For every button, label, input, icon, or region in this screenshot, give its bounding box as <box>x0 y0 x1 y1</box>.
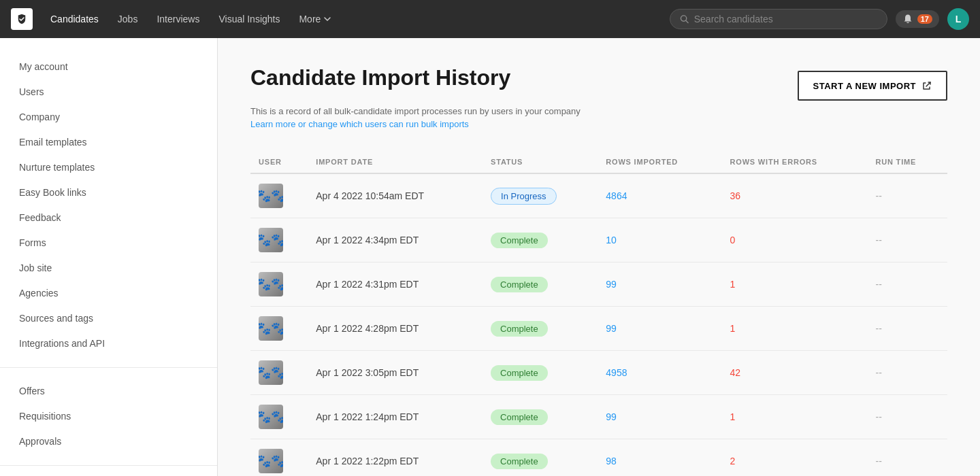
table-row: 🐾Apr 1 2022 3:05pm EDTComplete495842-- <box>250 351 947 395</box>
cell-rows-errors: 1 <box>722 395 868 439</box>
cell-rows-errors: 1 <box>722 262 868 307</box>
table-row: 🐾Apr 1 2022 1:22pm EDTComplete982-- <box>250 439 947 477</box>
cell-run-time: -- <box>868 395 947 439</box>
page-description-link: Learn more or change which users can run… <box>250 119 947 129</box>
sidebar-item-job-site[interactable]: Job site <box>0 256 217 281</box>
cell-status: Complete <box>483 439 598 477</box>
sidebar: My account Users Company Email templates… <box>0 38 218 476</box>
table-row: 🐾Apr 1 2022 4:34pm EDTComplete100-- <box>250 218 947 262</box>
main-content: Candidate Import History START A NEW IMP… <box>218 38 980 476</box>
start-import-button[interactable]: START A NEW IMPORT <box>798 71 947 101</box>
col-rows-imported: ROWS IMPORTED <box>598 151 721 173</box>
cell-user: 🐾 <box>250 351 308 395</box>
table-body: 🐾Apr 4 2022 10:54am EDTIn Progress486436… <box>250 173 947 476</box>
cell-import-date: Apr 1 2022 1:24pm EDT <box>308 395 483 439</box>
sidebar-item-offers[interactable]: Offers <box>0 379 217 404</box>
cell-status: Complete <box>483 218 598 262</box>
svg-line-1 <box>686 20 688 22</box>
status-badge: In Progress <box>491 188 556 205</box>
cell-rows-errors: 2 <box>722 439 868 477</box>
nav-interviews[interactable]: Interviews <box>155 11 201 27</box>
nav-visual-insights[interactable]: Visual Insights <box>217 11 281 27</box>
cell-import-date: Apr 1 2022 3:05pm EDT <box>308 351 483 395</box>
cell-status: Complete <box>483 395 598 439</box>
col-import-date: IMPORT DATE <box>308 151 483 173</box>
status-badge: Complete <box>491 277 548 292</box>
search-icon <box>680 14 689 24</box>
cell-import-date: Apr 1 2022 1:22pm EDT <box>308 439 483 477</box>
status-badge: Complete <box>491 365 548 381</box>
cell-status: Complete <box>483 262 598 307</box>
cell-rows-errors: 1 <box>722 307 868 351</box>
notification-count: 17 <box>917 14 932 24</box>
cell-user: 🐾 <box>250 307 308 351</box>
sidebar-item-feedback[interactable]: Feedback <box>0 205 217 231</box>
cell-status: Complete <box>483 351 598 395</box>
sidebar-item-my-account[interactable]: My account <box>0 54 217 80</box>
cell-run-time: -- <box>868 307 947 351</box>
cell-user: 🐾 <box>250 218 308 262</box>
cell-import-date: Apr 1 2022 4:28pm EDT <box>308 307 483 351</box>
table-row: 🐾Apr 1 2022 4:31pm EDTComplete991-- <box>250 262 947 307</box>
page-header: Candidate Import History START A NEW IMP… <box>250 65 947 101</box>
sidebar-item-users[interactable]: Users <box>0 80 217 105</box>
nav-jobs[interactable]: Jobs <box>116 11 140 27</box>
cell-run-time: -- <box>868 173 947 218</box>
sidebar-item-forms[interactable]: Forms <box>0 231 217 256</box>
import-table: USER IMPORT DATE STATUS ROWS IMPORTED RO… <box>250 151 947 476</box>
col-user: USER <box>250 151 308 173</box>
nav-more[interactable]: More <box>297 11 333 27</box>
cell-rows-errors: 36 <box>722 173 868 218</box>
table-header: USER IMPORT DATE STATUS ROWS IMPORTED RO… <box>250 151 947 173</box>
sidebar-item-company[interactable]: Company <box>0 105 217 130</box>
app-logo[interactable] <box>11 8 33 30</box>
nav-candidates[interactable]: Candidates <box>49 11 100 27</box>
notification-bell[interactable]: 17 <box>896 10 939 28</box>
cell-user: 🐾 <box>250 395 308 439</box>
cell-import-date: Apr 4 2022 10:54am EDT <box>308 173 483 218</box>
cell-run-time: -- <box>868 351 947 395</box>
sidebar-item-sources-and-tags[interactable]: Sources and tags <box>0 306 217 331</box>
cell-run-time: -- <box>868 218 947 262</box>
cell-import-date: Apr 1 2022 4:31pm EDT <box>308 262 483 307</box>
cell-run-time: -- <box>868 262 947 307</box>
user-avatar-img: 🐾 <box>259 405 283 429</box>
col-run-time: RUN TIME <box>868 151 947 173</box>
cell-rows-imported: 98 <box>598 439 721 477</box>
learn-more-link[interactable]: Learn more or change which users can run… <box>250 119 469 129</box>
user-avatar-img: 🐾 <box>259 316 283 341</box>
table-row: 🐾Apr 1 2022 4:28pm EDTComplete991-- <box>250 307 947 351</box>
cell-rows-imported: 4958 <box>598 351 721 395</box>
external-link-icon <box>921 80 932 91</box>
user-avatar-img: 🐾 <box>259 228 283 252</box>
table-row: 🐾Apr 1 2022 1:24pm EDTComplete991-- <box>250 395 947 439</box>
sidebar-item-agencies[interactable]: Agencies <box>0 281 217 306</box>
status-badge: Complete <box>491 233 548 248</box>
user-avatar-img: 🐾 <box>259 184 283 208</box>
cell-user: 🐾 <box>250 439 308 477</box>
sidebar-divider-1 <box>0 367 217 368</box>
status-badge: Complete <box>491 321 548 337</box>
sidebar-item-email-templates[interactable]: Email templates <box>0 130 217 155</box>
user-avatar-img: 🐾 <box>259 272 283 296</box>
sidebar-item-integrations-and-api[interactable]: Integrations and API <box>0 331 217 356</box>
search-input[interactable] <box>694 14 877 24</box>
page-description: This is a record of all bulk-candidate i… <box>250 106 947 116</box>
col-rows-errors: ROWS WITH ERRORS <box>722 151 868 173</box>
page-title: Candidate Import History <box>250 65 510 90</box>
user-avatar[interactable]: L <box>947 8 969 30</box>
cell-import-date: Apr 1 2022 4:34pm EDT <box>308 218 483 262</box>
status-badge: Complete <box>491 454 548 469</box>
cell-rows-imported: 99 <box>598 395 721 439</box>
cell-rows-imported: 99 <box>598 307 721 351</box>
cell-rows-imported: 99 <box>598 262 721 307</box>
sidebar-item-nurture-templates[interactable]: Nurture templates <box>0 155 217 180</box>
topnav-right: 17 L <box>670 8 969 30</box>
user-avatar-img: 🐾 <box>259 449 283 473</box>
col-status: STATUS <box>483 151 598 173</box>
sidebar-item-approvals[interactable]: Approvals <box>0 429 217 454</box>
search-box[interactable] <box>670 9 887 29</box>
sidebar-item-easy-book-links[interactable]: Easy Book links <box>0 180 217 205</box>
sidebar-item-requisitions[interactable]: Requisitions <box>0 404 217 429</box>
cell-rows-imported: 4864 <box>598 173 721 218</box>
